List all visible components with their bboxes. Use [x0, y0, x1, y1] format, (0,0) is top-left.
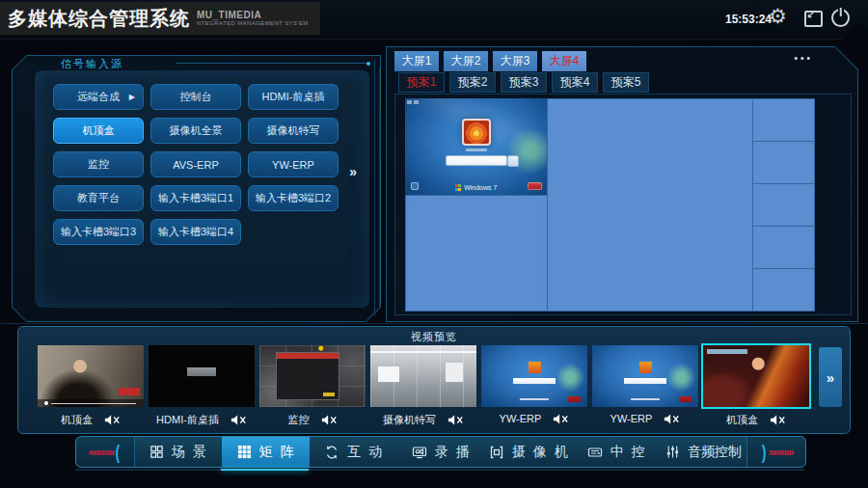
win7-window-control — [407, 100, 412, 104]
source-button-8[interactable]: AVS-ERP — [150, 151, 241, 177]
source-button-label: 输入卡槽3端口4 — [158, 225, 233, 239]
mute-icon[interactable] — [770, 415, 786, 425]
panel-connector-line — [379, 68, 380, 309]
chevrons-left-icon: ««««« — [89, 446, 114, 459]
nav-item-3[interactable]: 互动 — [310, 437, 397, 467]
mute-icon[interactable] — [104, 415, 121, 425]
record-icon — [412, 445, 427, 460]
mute-icon[interactable] — [553, 414, 569, 424]
thumbnail-label: 机顶盒 — [61, 413, 93, 427]
wall-divider — [752, 226, 815, 227]
source-button-10[interactable]: 教育平台 — [53, 185, 144, 211]
mute-icon[interactable] — [448, 415, 464, 425]
console-icon — [587, 445, 603, 460]
source-button-12[interactable]: 输入卡槽3端口2 — [248, 185, 339, 211]
thumbnail-caption: 监控 — [259, 413, 366, 427]
more-menu-icon[interactable]: ••• — [794, 53, 813, 64]
nav-item-2[interactable]: 矩阵 — [222, 437, 310, 467]
source-button-label: 控制台 — [180, 90, 212, 104]
loop-icon — [324, 445, 339, 460]
preview-item-7: 机顶盒 — [703, 345, 809, 427]
app-title: 多媒体综合管理系统 — [8, 6, 190, 32]
win7-brand-text: Windows 7 — [464, 184, 497, 191]
source-button-7[interactable]: 监控 — [53, 151, 144, 177]
nav-item-5[interactable]: 摄像机 — [484, 437, 572, 467]
source-button-5[interactable]: 摄像机全景 — [150, 118, 241, 144]
thumbnail-label: HDMI-前桌插 — [156, 413, 219, 427]
plan-tab-5[interactable]: 预案5 — [603, 72, 649, 93]
windows-flag-icon — [455, 184, 462, 191]
plan-tab-1[interactable]: 预案1 — [398, 72, 445, 93]
wall-divider — [547, 98, 548, 312]
win7-shutdown-button[interactable] — [528, 182, 542, 190]
restore-window-icon[interactable]: ↙ — [804, 11, 823, 27]
header-decor-line — [176, 63, 368, 64]
screen-tab-2[interactable]: 大屏2 — [444, 51, 488, 71]
nav-item-4[interactable]: 录播 — [397, 437, 485, 467]
video-thumbnail[interactable] — [259, 345, 366, 407]
grid2x2-icon — [149, 445, 164, 459]
source-button-6[interactable]: 摄像机特写 — [248, 118, 339, 144]
win7-login-preview[interactable]: Windows 7 — [405, 98, 547, 195]
video-thumbnail[interactable] — [149, 345, 255, 407]
thumbnail-label: YW-ERP — [610, 413, 653, 424]
mute-icon[interactable] — [231, 415, 247, 425]
more-thumbnails-button[interactable]: » — [819, 347, 842, 407]
screen-tab-3[interactable]: 大屏3 — [493, 51, 537, 71]
chevrons-right-icon: »»»»» — [768, 446, 793, 459]
arc-left-icon: ( — [116, 441, 121, 462]
preview-item-6: YW-ERP — [592, 345, 698, 427]
nav-item-6[interactable]: 中控 — [572, 437, 660, 467]
video-thumbnail[interactable] — [592, 345, 698, 407]
app-subtitle-line1: MU_TIMEDIA — [197, 10, 309, 21]
bottom-nav-bar: ««««« ( 场景矩阵互动录播摄像机中控音频控制 ) »»»»» — [75, 436, 806, 468]
screen-tabs: 大屏1大屏2大屏3大屏4 — [394, 51, 586, 71]
source-button-1[interactable]: 远端合成▶ — [53, 84, 144, 110]
sliders-icon — [665, 445, 680, 459]
power-icon[interactable] — [831, 9, 850, 27]
source-button-13[interactable]: 输入卡槽3端口3 — [53, 219, 144, 245]
settings-gear-icon[interactable]: ⚙ — [769, 5, 787, 28]
plan-tab-2[interactable]: 预案2 — [449, 72, 496, 93]
video-thumbnail[interactable] — [38, 345, 144, 407]
source-button-14[interactable]: 输入卡槽3端口4 — [150, 219, 241, 245]
thumbnail-label: YW-ERP — [500, 413, 542, 424]
source-button-label: 教育平台 — [77, 191, 120, 205]
source-button-label: HDMI-前桌插 — [262, 90, 325, 104]
nav-right-decoration: ) »»»»» — [746, 437, 805, 467]
signal-source-panel: 信号输入源 远端合成▶控制台HDMI-前桌插机顶盒摄像机全景摄像机特写监控AVS… — [12, 55, 381, 322]
plan-tab-3[interactable]: 预案3 — [501, 72, 547, 93]
thumbnail-label: 监控 — [288, 413, 310, 427]
nav-item-7[interactable]: 音频控制 — [660, 437, 747, 467]
wall-divider — [752, 98, 753, 312]
grid3x3-icon — [237, 445, 252, 459]
source-button-label: 摄像机特写 — [267, 123, 320, 138]
video-thumbnail[interactable] — [370, 345, 476, 407]
source-button-3[interactable]: HDMI-前桌插 — [248, 84, 339, 110]
source-button-label: 机顶盒 — [83, 123, 115, 138]
source-button-4[interactable]: 机顶盒 — [53, 118, 144, 144]
video-thumbnail[interactable] — [481, 345, 587, 407]
screen-tab-4[interactable]: 大屏4 — [542, 51, 586, 71]
source-button-2[interactable]: 控制台 — [150, 84, 241, 110]
nav-active-underline — [221, 469, 309, 471]
app-subtitle-line2: NTEGRATED MANAGEMENT SYS'EM — [197, 20, 309, 27]
video-preview-panel: 视频预览 机顶盒HDMI-前桌插监控摄像机特写YW-ERPYW-ERP机顶盒 » — [17, 326, 851, 434]
source-button-label: 监控 — [88, 157, 109, 172]
win7-password-field[interactable] — [446, 155, 507, 166]
mute-icon[interactable] — [321, 415, 338, 425]
video-thumbnail[interactable] — [703, 345, 809, 407]
win7-go-button[interactable] — [507, 155, 519, 167]
video-wall-grid[interactable]: Windows 7 — [405, 98, 815, 312]
nav-item-1[interactable]: 场景 — [134, 437, 222, 467]
screen-tab-1[interactable]: 大屏1 — [394, 51, 439, 71]
mute-icon[interactable] — [664, 414, 680, 424]
nav-left-decoration: ««««« ( — [76, 437, 135, 467]
source-button-9[interactable]: YW-ERP — [248, 151, 339, 177]
expand-panel-icon[interactable]: » — [349, 164, 357, 179]
source-button-label: 摄像机全景 — [170, 123, 223, 138]
video-wall-panel: ••• 大屏1大屏2大屏3大屏4 预案1预案2预案3预案4预案5 Windows… — [386, 46, 858, 322]
thumbnail-row: 机顶盒HDMI-前桌插监控摄像机特写YW-ERPYW-ERP机顶盒 — [38, 345, 809, 427]
plan-tab-4[interactable]: 预案4 — [552, 72, 598, 93]
source-button-11[interactable]: 输入卡槽3端口1 — [150, 185, 241, 211]
